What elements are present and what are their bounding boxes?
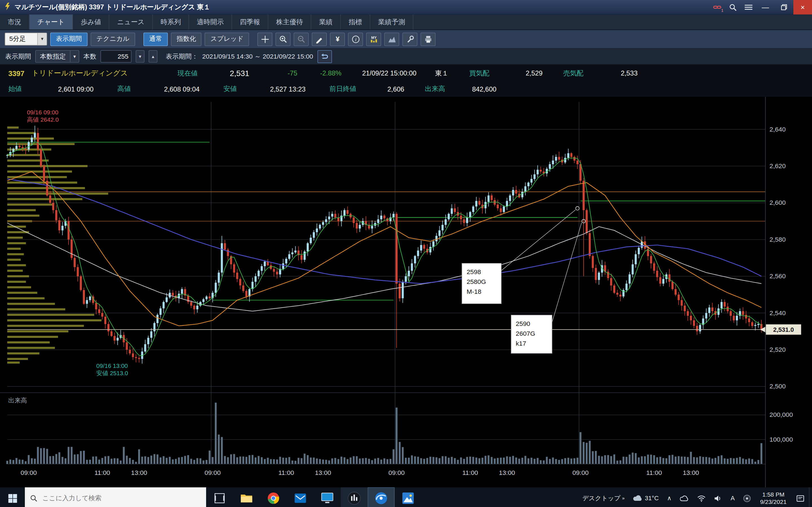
- tray-overflow-caret[interactable]: ∧: [663, 487, 676, 507]
- high-value: 2,608 09:04: [164, 85, 200, 93]
- svg-text:09:00: 09:00: [389, 469, 405, 476]
- file-explorer-icon[interactable]: [233, 487, 260, 507]
- tab-shikiho[interactable]: 四季報: [232, 14, 268, 29]
- area-chart-button[interactable]: [385, 33, 400, 46]
- photos-icon[interactable]: [395, 487, 422, 507]
- link-icon[interactable]: 1: [709, 0, 725, 14]
- tab-results[interactable]: 業績: [311, 14, 341, 29]
- svg-text:M-18: M-18: [467, 288, 481, 295]
- current-price: 2,531: [230, 69, 249, 77]
- tab-indicators[interactable]: 指標: [341, 14, 370, 29]
- settings-wrench-button[interactable]: [403, 33, 417, 46]
- desktop-switcher[interactable]: デスクトップ »: [578, 487, 629, 507]
- zoom-in-button[interactable]: [276, 33, 291, 46]
- my-chart-button[interactable]: MY: [366, 33, 381, 46]
- mode-normal-button[interactable]: 通常: [144, 33, 168, 46]
- draw-pencil-button[interactable]: [312, 33, 327, 46]
- interval-select[interactable]: 5分足 ▼: [5, 33, 47, 46]
- weather-widget[interactable]: 31°C: [629, 487, 663, 507]
- mail-icon[interactable]: [287, 487, 314, 507]
- tab-news[interactable]: ニュース: [109, 14, 153, 29]
- high-label: 高値: [117, 84, 131, 94]
- media-player-icon[interactable]: [368, 487, 395, 507]
- show-desktop-button[interactable]: [809, 487, 812, 507]
- print-button[interactable]: [421, 33, 436, 46]
- ime-mode-icon[interactable]: [739, 487, 755, 507]
- tab-market[interactable]: 市況: [0, 14, 30, 29]
- count-label: 本数: [84, 52, 96, 61]
- tab-timeseries[interactable]: 時系列: [153, 14, 189, 29]
- windows-taskbar: デスクトップ » 31°C ∧ A 1:58 PM 9: [0, 487, 812, 507]
- zoom-out-button[interactable]: [294, 33, 309, 46]
- taskbar-clock[interactable]: 1:58 PM 9/23/2021: [755, 487, 792, 507]
- reload-button[interactable]: [317, 50, 332, 63]
- svg-text:2607G: 2607G: [516, 330, 535, 337]
- task-view-button[interactable]: [206, 487, 233, 507]
- maximize-button[interactable]: [775, 0, 794, 14]
- system-tray: デスクトップ » 31°C ∧ A 1:58 PM 9: [578, 487, 812, 507]
- ime-language-indicator[interactable]: A: [726, 487, 739, 507]
- minimize-button[interactable]: —: [756, 0, 775, 14]
- stock-code: 3397: [8, 69, 24, 77]
- info-button[interactable]: i: [348, 33, 363, 46]
- mode-index-button[interactable]: 指数化: [171, 33, 202, 46]
- tab-shareholder-benefit[interactable]: 株主優待: [268, 14, 311, 29]
- tab-tick[interactable]: 歩み値: [73, 14, 109, 29]
- quote-row-2: 始値 2,601 09:00 高値 2,608 09:04 安値 2,527 1…: [0, 82, 812, 97]
- technical-button[interactable]: テクニカル: [91, 33, 135, 46]
- crosshair-button[interactable]: [258, 33, 273, 46]
- clock-date: 9/23/2021: [760, 498, 786, 506]
- notification-center-icon[interactable]: [792, 487, 809, 507]
- mode-spread-button[interactable]: スプレッド: [205, 33, 249, 46]
- svg-text:2590: 2590: [516, 320, 530, 327]
- candlestick-chart[interactable]: 2,6402,6202,6002,5802,5602,5402,5202,500…: [0, 97, 812, 487]
- volume-value: 842,600: [472, 85, 496, 93]
- search-input[interactable]: [42, 494, 183, 502]
- wifi-icon[interactable]: [693, 487, 710, 507]
- chevron-down-icon: ▼: [37, 33, 47, 45]
- period-mode-select[interactable]: 本数指定 ▼: [35, 50, 79, 62]
- bid-label: 買気配: [469, 68, 490, 78]
- yen-button[interactable]: ¥: [330, 33, 345, 46]
- window-title: マルチツール(個別銘柄) 3397 トリドールホールディングス 東１: [14, 3, 210, 12]
- svg-text:100,000: 100,000: [769, 436, 793, 443]
- svg-text:13:00: 13:00: [683, 469, 699, 476]
- stock-name: トリドールホールディングス: [32, 68, 128, 78]
- chart-app-icon[interactable]: [341, 487, 368, 507]
- count-down-button[interactable]: ▼: [136, 50, 144, 62]
- svg-text:09/16 13:00: 09/16 13:00: [96, 362, 128, 369]
- svg-text:2,540: 2,540: [769, 309, 785, 317]
- remote-desktop-icon[interactable]: [314, 487, 341, 507]
- svg-text:2,520: 2,520: [769, 346, 785, 353]
- svg-text:11:00: 11:00: [278, 469, 294, 476]
- svg-text:i: i: [355, 37, 357, 42]
- range-value: 2021/09/15 14:30 ～ 2021/09/22 15:00: [202, 52, 313, 61]
- svg-text:安値 2513.0: 安値 2513.0: [96, 370, 128, 376]
- bar-count-input[interactable]: [100, 50, 132, 62]
- speaker-icon[interactable]: [710, 487, 726, 507]
- menu-icon[interactable]: [741, 0, 756, 14]
- count-up-button[interactable]: ▲: [149, 50, 157, 62]
- onedrive-cloud-icon[interactable]: [676, 487, 693, 507]
- app-logo-icon: [4, 2, 11, 12]
- tab-chart[interactable]: チャート: [30, 14, 73, 29]
- svg-text:2,600: 2,600: [769, 199, 785, 206]
- tab-disclosure[interactable]: 適時開示: [189, 14, 232, 29]
- price-change: -75: [288, 69, 297, 77]
- volume-label: 出来高: [425, 84, 445, 94]
- taskbar-search[interactable]: [25, 487, 206, 507]
- range-label: 表示期間：: [166, 52, 198, 61]
- chevron-down-icon: ▼: [70, 51, 79, 62]
- search-icon[interactable]: [725, 0, 741, 14]
- quote-datetime: 21/09/22 15:00:00: [362, 69, 416, 77]
- chrome-icon[interactable]: [260, 487, 287, 507]
- display-period-button[interactable]: 表示期間: [50, 33, 87, 46]
- period-label: 表示期間: [5, 52, 31, 61]
- tab-forecast[interactable]: 業績予測: [370, 14, 413, 29]
- svg-text:2,620: 2,620: [769, 162, 785, 170]
- low-value: 2,527 13:23: [270, 85, 306, 93]
- price-chart[interactable]: 2,6402,6202,6002,5802,5602,5402,5202,500…: [0, 97, 812, 487]
- start-button[interactable]: [0, 487, 25, 507]
- svg-text:11:00: 11:00: [94, 469, 110, 476]
- close-button[interactable]: ×: [794, 0, 812, 14]
